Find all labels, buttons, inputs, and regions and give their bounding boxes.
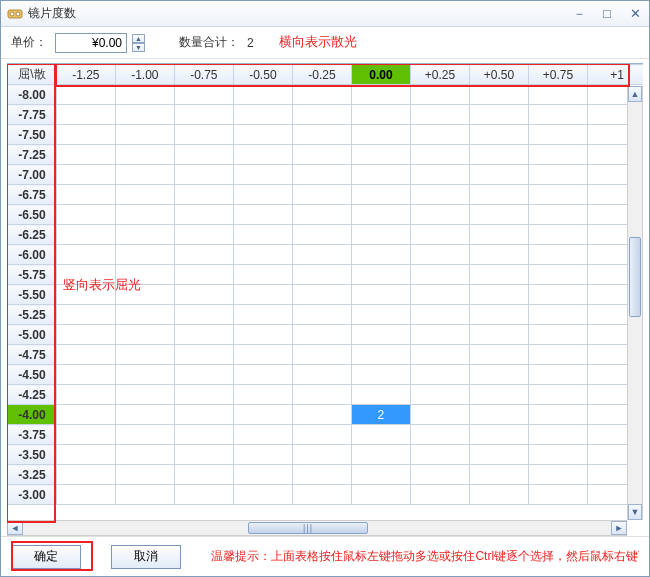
grid-cell[interactable]: [115, 425, 174, 445]
grid-cell[interactable]: [292, 445, 351, 465]
grid-cell[interactable]: [115, 265, 174, 285]
grid-cell[interactable]: [233, 245, 292, 265]
vertical-scroll-thumb[interactable]: [629, 237, 641, 317]
grid-cell[interactable]: [174, 225, 233, 245]
row-header[interactable]: -3.25: [8, 465, 57, 485]
grid-cell[interactable]: [292, 165, 351, 185]
row-header[interactable]: -6.75: [8, 185, 57, 205]
price-input[interactable]: [55, 33, 127, 53]
grid-cell[interactable]: [115, 345, 174, 365]
grid-cell[interactable]: [115, 385, 174, 405]
row-header[interactable]: -5.25: [8, 305, 57, 325]
grid-cell[interactable]: [528, 365, 587, 385]
grid-cell[interactable]: [528, 385, 587, 405]
col-header[interactable]: -1.25: [56, 65, 115, 85]
grid-cell[interactable]: [56, 145, 115, 165]
grid-cell[interactable]: [410, 285, 469, 305]
grid-cell[interactable]: [56, 385, 115, 405]
grid-cell[interactable]: [469, 425, 528, 445]
grid-cell[interactable]: [56, 85, 115, 105]
grid-cell[interactable]: [115, 165, 174, 185]
grid-cell[interactable]: [56, 125, 115, 145]
grid-cell[interactable]: [174, 265, 233, 285]
grid-cell[interactable]: [469, 85, 528, 105]
grid-cell[interactable]: [233, 185, 292, 205]
grid-cell[interactable]: [528, 405, 587, 425]
row-header[interactable]: -4.00: [8, 405, 57, 425]
grid-cell[interactable]: [115, 285, 174, 305]
grid-cell[interactable]: [469, 385, 528, 405]
grid-cell[interactable]: [292, 385, 351, 405]
grid-cell[interactable]: [115, 185, 174, 205]
grid-cell[interactable]: [233, 225, 292, 245]
grid-cell[interactable]: [410, 305, 469, 325]
grid-cell[interactable]: [410, 445, 469, 465]
grid-cell[interactable]: [410, 125, 469, 145]
grid-cell[interactable]: [528, 85, 587, 105]
row-header[interactable]: -4.25: [8, 385, 57, 405]
grid-cell[interactable]: [56, 265, 115, 285]
grid-cell[interactable]: [351, 445, 410, 465]
grid-cell[interactable]: [174, 205, 233, 225]
grid-cell[interactable]: [292, 485, 351, 505]
grid-cell[interactable]: [469, 105, 528, 125]
grid-cell[interactable]: [351, 325, 410, 345]
grid-cell[interactable]: [351, 165, 410, 185]
grid-cell[interactable]: [528, 245, 587, 265]
grid-cell[interactable]: [174, 285, 233, 305]
grid-cell[interactable]: [528, 145, 587, 165]
grid-cell[interactable]: [351, 105, 410, 125]
grid-cell[interactable]: [292, 265, 351, 285]
grid-cell[interactable]: [174, 145, 233, 165]
minimize-button[interactable]: －: [571, 6, 587, 22]
grid-cell[interactable]: [233, 285, 292, 305]
grid-cell[interactable]: [469, 165, 528, 185]
grid-cell[interactable]: [410, 485, 469, 505]
grid-cell[interactable]: [469, 445, 528, 465]
grid-cell[interactable]: [351, 185, 410, 205]
grid-cell[interactable]: [410, 85, 469, 105]
grid-cell[interactable]: [115, 125, 174, 145]
grid-cell[interactable]: [528, 125, 587, 145]
grid-cell[interactable]: [56, 465, 115, 485]
grid-cell[interactable]: [410, 165, 469, 185]
vertical-scrollbar[interactable]: ▲ ▼: [627, 86, 643, 520]
grid-cell[interactable]: [233, 385, 292, 405]
grid-cell[interactable]: [56, 425, 115, 445]
grid-cell[interactable]: [528, 105, 587, 125]
grid-cell[interactable]: [174, 125, 233, 145]
grid-cell[interactable]: [56, 345, 115, 365]
row-header[interactable]: -7.75: [8, 105, 57, 125]
grid-cell[interactable]: [351, 365, 410, 385]
grid-cell[interactable]: [233, 145, 292, 165]
grid-cell[interactable]: [528, 185, 587, 205]
grid-cell[interactable]: [351, 265, 410, 285]
grid-cell[interactable]: [115, 145, 174, 165]
grid-cell[interactable]: [56, 445, 115, 465]
grid-cell[interactable]: [56, 205, 115, 225]
grid-cell[interactable]: [410, 245, 469, 265]
grid-cell[interactable]: [410, 185, 469, 205]
scroll-left-button[interactable]: ◄: [7, 521, 23, 535]
row-header[interactable]: -3.50: [8, 445, 57, 465]
grid-cell[interactable]: [351, 345, 410, 365]
scroll-down-button[interactable]: ▼: [628, 504, 642, 520]
grid-cell[interactable]: [410, 145, 469, 165]
grid-cell[interactable]: [351, 245, 410, 265]
grid-cell[interactable]: [56, 245, 115, 265]
grid-cell[interactable]: 2: [351, 405, 410, 425]
row-header[interactable]: -3.75: [8, 425, 57, 445]
grid-cell[interactable]: [233, 105, 292, 125]
grid-cell[interactable]: [233, 165, 292, 185]
grid-cell[interactable]: [233, 365, 292, 385]
grid-cell[interactable]: [233, 425, 292, 445]
grid-cell[interactable]: [528, 305, 587, 325]
grid-cell[interactable]: [469, 205, 528, 225]
row-header[interactable]: -4.75: [8, 345, 57, 365]
grid-cell[interactable]: [292, 145, 351, 165]
grid-cell[interactable]: [469, 225, 528, 245]
grid-cell[interactable]: [469, 245, 528, 265]
grid-cell[interactable]: [410, 345, 469, 365]
col-header[interactable]: +0.75: [528, 65, 587, 85]
grid-cell[interactable]: [292, 125, 351, 145]
